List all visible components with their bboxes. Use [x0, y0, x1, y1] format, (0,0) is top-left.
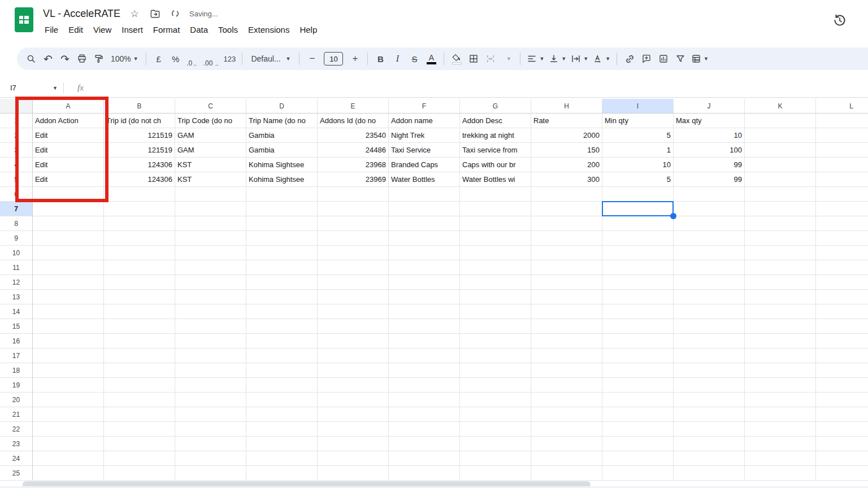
- cell-C1[interactable]: Trip Code (do no: [175, 114, 246, 128]
- cell-F10[interactable]: [389, 246, 460, 260]
- cell-D25[interactable]: [246, 466, 318, 481]
- cell-E20[interactable]: [318, 393, 389, 407]
- cell-D24[interactable]: [246, 451, 318, 466]
- cell-D23[interactable]: [246, 437, 318, 451]
- cell-C20[interactable]: [175, 393, 246, 407]
- cell-L4[interactable]: [816, 158, 868, 172]
- cell-E23[interactable]: [318, 437, 389, 451]
- cell-C13[interactable]: [175, 290, 246, 304]
- cell-H23[interactable]: [531, 437, 602, 451]
- cell-F11[interactable]: [389, 260, 460, 275]
- cell-F12[interactable]: [389, 275, 460, 290]
- row-header-13[interactable]: 13: [0, 290, 33, 304]
- column-header-E[interactable]: E: [318, 99, 389, 114]
- cell-B4[interactable]: 124306: [104, 158, 175, 172]
- cell-K22[interactable]: [745, 422, 816, 437]
- cell-A19[interactable]: [33, 378, 104, 393]
- cell-G10[interactable]: [460, 246, 531, 260]
- cell-C12[interactable]: [175, 275, 246, 290]
- cell-K13[interactable]: [745, 290, 816, 304]
- cell-A23[interactable]: [33, 437, 104, 451]
- cell-K18[interactable]: [745, 363, 816, 378]
- cell-D7[interactable]: [246, 202, 318, 216]
- cell-K19[interactable]: [745, 378, 816, 393]
- move-to-folder-icon[interactable]: [149, 7, 161, 20]
- cell-G12[interactable]: [460, 275, 531, 290]
- cell-B23[interactable]: [104, 437, 175, 451]
- cell-H11[interactable]: [531, 260, 602, 275]
- cell-C16[interactable]: [175, 334, 246, 348]
- cell-I23[interactable]: [602, 437, 674, 451]
- cell-C24[interactable]: [175, 451, 246, 466]
- cell-J15[interactable]: [674, 319, 745, 334]
- cell-L16[interactable]: [816, 334, 868, 348]
- insert-link-icon[interactable]: [621, 50, 638, 67]
- cell-C23[interactable]: [175, 437, 246, 451]
- cell-K1[interactable]: [745, 114, 816, 128]
- cell-A21[interactable]: [33, 407, 104, 422]
- cell-E15[interactable]: [318, 319, 389, 334]
- cell-D5[interactable]: Kohima Sightsee: [246, 172, 318, 187]
- cell-J6[interactable]: [674, 187, 745, 202]
- cell-B6[interactable]: [104, 187, 175, 202]
- text-rotation-button[interactable]: ▼: [591, 50, 613, 67]
- cell-C17[interactable]: [175, 348, 246, 363]
- cell-C25[interactable]: [175, 466, 246, 481]
- cell-G13[interactable]: [460, 290, 531, 304]
- cell-J20[interactable]: [674, 393, 745, 407]
- cell-G23[interactable]: [460, 437, 531, 451]
- text-wrap-button[interactable]: ▼: [568, 50, 591, 67]
- star-icon[interactable]: ☆: [128, 7, 141, 20]
- cell-K9[interactable]: [745, 231, 816, 246]
- cell-D6[interactable]: [246, 187, 318, 202]
- cell-B10[interactable]: [104, 246, 175, 260]
- cell-H7[interactable]: [531, 202, 602, 216]
- fill-color-button[interactable]: [448, 50, 465, 67]
- cell-B8[interactable]: [104, 216, 175, 231]
- cell-D17[interactable]: [246, 348, 318, 363]
- cell-L18[interactable]: [816, 363, 868, 378]
- cell-E7[interactable]: [318, 202, 389, 216]
- cell-D11[interactable]: [246, 260, 318, 275]
- cell-C8[interactable]: [175, 216, 246, 231]
- cell-H10[interactable]: [531, 246, 602, 260]
- percent-format-button[interactable]: %: [167, 50, 184, 67]
- cell-I19[interactable]: [602, 378, 674, 393]
- cell-J21[interactable]: [674, 407, 745, 422]
- cell-B11[interactable]: [104, 260, 175, 275]
- cell-C4[interactable]: KST: [175, 158, 246, 172]
- cell-I14[interactable]: [602, 304, 674, 319]
- cell-K14[interactable]: [745, 304, 816, 319]
- row-header-18[interactable]: 18: [0, 363, 33, 378]
- cell-B5[interactable]: 124306: [104, 172, 175, 187]
- cell-I10[interactable]: [602, 246, 674, 260]
- cell-J3[interactable]: 100: [674, 143, 745, 158]
- cell-F13[interactable]: [389, 290, 460, 304]
- cell-I12[interactable]: [602, 275, 674, 290]
- cell-K20[interactable]: [745, 393, 816, 407]
- column-header-G[interactable]: G: [460, 99, 531, 114]
- cell-I21[interactable]: [602, 407, 674, 422]
- horizontal-align-button[interactable]: ▼: [524, 50, 546, 67]
- cell-C3[interactable]: GAM: [175, 143, 246, 158]
- cell-J8[interactable]: [674, 216, 745, 231]
- cell-G9[interactable]: [460, 231, 531, 246]
- row-header-7[interactable]: 7: [0, 202, 33, 216]
- cell-F22[interactable]: [389, 422, 460, 437]
- cell-D20[interactable]: [246, 393, 318, 407]
- cell-C10[interactable]: [175, 246, 246, 260]
- row-header-20[interactable]: 20: [0, 393, 33, 407]
- cell-L1[interactable]: [816, 114, 868, 128]
- cell-I4[interactable]: 10: [602, 158, 674, 172]
- borders-button[interactable]: [465, 50, 482, 67]
- cell-C14[interactable]: [175, 304, 246, 319]
- cell-L22[interactable]: [816, 422, 868, 437]
- cell-K17[interactable]: [745, 348, 816, 363]
- cell-A18[interactable]: [33, 363, 104, 378]
- cell-K23[interactable]: [745, 437, 816, 451]
- cell-I16[interactable]: [602, 334, 674, 348]
- cell-H16[interactable]: [531, 334, 602, 348]
- cell-I8[interactable]: [602, 216, 674, 231]
- insert-comment-icon[interactable]: [638, 50, 655, 67]
- row-header-12[interactable]: 12: [0, 275, 33, 290]
